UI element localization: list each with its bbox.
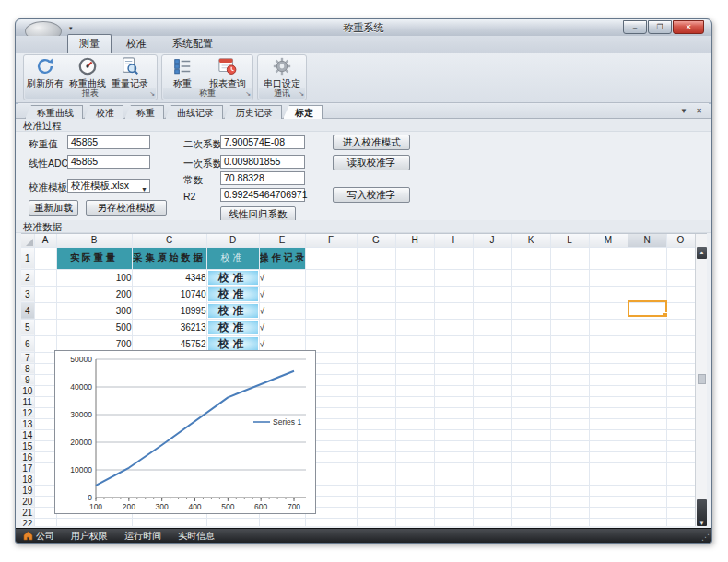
cell-G14[interactable] — [357, 429, 395, 440]
weigh-curve-button[interactable]: 称重曲线 — [66, 55, 109, 89]
cell-O21[interactable] — [666, 507, 695, 518]
cell-A11[interactable] — [34, 396, 56, 407]
cell-L17[interactable] — [550, 462, 589, 474]
doc-tab-0[interactable]: 称重曲线 — [25, 105, 83, 119]
doc-tab-5[interactable]: 标定 — [283, 105, 323, 119]
cell-O7[interactable] — [666, 352, 695, 363]
column-header-C[interactable]: C — [132, 234, 206, 247]
cell-N9[interactable] — [628, 374, 666, 385]
tabstrip-dropdown-icon[interactable]: ▼ — [680, 107, 687, 115]
cell-K11[interactable] — [511, 396, 550, 407]
cell-M4[interactable] — [589, 302, 628, 319]
cell-A16[interactable] — [34, 451, 56, 462]
linear-adc-input[interactable]: 45865 — [67, 155, 150, 169]
cell-M20[interactable] — [589, 496, 628, 507]
cell-O17[interactable] — [666, 462, 695, 474]
cell-D3[interactable]: 校准 — [206, 286, 259, 302]
cell-G19[interactable] — [357, 485, 395, 496]
cell-G8[interactable] — [357, 363, 395, 374]
row-header-8[interactable]: 8 — [21, 363, 34, 374]
cell-O5[interactable] — [666, 319, 695, 335]
column-header-E[interactable]: E — [259, 234, 305, 247]
cell-G18[interactable] — [357, 474, 395, 485]
doc-tab-2[interactable]: 称重 — [124, 105, 164, 119]
dialog-launcher-icon[interactable]: ↘ — [149, 89, 155, 99]
cell-K21[interactable] — [511, 507, 550, 518]
cell-M5[interactable] — [589, 319, 628, 335]
row-header-13[interactable]: 13 — [21, 418, 34, 429]
cell-D1[interactable]: 校准 — [206, 247, 259, 269]
cell-I10[interactable] — [434, 385, 473, 396]
row-header-14[interactable]: 14 — [21, 429, 34, 440]
cell-N21[interactable] — [628, 507, 666, 518]
cell-J2[interactable] — [473, 269, 511, 286]
row-header-12[interactable]: 12 — [21, 407, 34, 418]
cell-I19[interactable] — [434, 485, 473, 496]
cell-K10[interactable] — [511, 385, 550, 396]
constant-input[interactable]: 70.88328 — [220, 171, 305, 185]
cell-H4[interactable] — [395, 302, 434, 319]
cell-H16[interactable] — [395, 451, 434, 462]
cell-H15[interactable] — [395, 440, 434, 451]
cell-G16[interactable] — [357, 451, 395, 462]
row-header-19[interactable]: 19 — [21, 485, 34, 496]
cell-H13[interactable] — [395, 418, 434, 429]
cell-L6[interactable] — [550, 335, 589, 352]
cell-G13[interactable] — [357, 418, 395, 429]
cell-D22[interactable] — [206, 518, 259, 526]
cell-B1[interactable]: 实际重量 — [56, 247, 132, 269]
cell-I4[interactable] — [434, 302, 473, 319]
cell-E3[interactable]: √ — [259, 286, 305, 302]
column-header-K[interactable]: K — [511, 234, 550, 247]
cell-J11[interactable] — [473, 396, 511, 407]
cell-I16[interactable] — [434, 451, 473, 462]
cell-N15[interactable] — [628, 440, 666, 451]
cell-K20[interactable] — [511, 496, 550, 507]
cell-A17[interactable] — [34, 462, 56, 474]
minimize-button[interactable]: – — [623, 20, 647, 34]
row-header-17[interactable]: 17 — [21, 462, 34, 474]
cell-L15[interactable] — [550, 440, 589, 451]
cell-M12[interactable] — [589, 407, 628, 418]
row-header-15[interactable]: 15 — [21, 440, 34, 451]
cell-N1[interactable] — [628, 247, 666, 269]
report-query-button[interactable]: 报表查询 — [203, 55, 252, 89]
cell-G15[interactable] — [357, 440, 395, 451]
cell-J3[interactable] — [473, 286, 511, 302]
cell-E22[interactable] — [259, 518, 305, 526]
column-header-O[interactable]: O — [666, 234, 695, 247]
cell-M15[interactable] — [589, 440, 628, 451]
cell-M2[interactable] — [589, 269, 628, 286]
cell-M10[interactable] — [589, 385, 628, 396]
column-header-I[interactable]: I — [434, 234, 473, 247]
ribbon-tab-system-config[interactable]: 系统配置 — [161, 35, 224, 53]
cell-M8[interactable] — [589, 363, 628, 374]
cell-A3[interactable] — [34, 286, 56, 302]
cell-N8[interactable] — [628, 363, 666, 374]
cell-J9[interactable] — [473, 374, 511, 385]
cell-F3[interactable] — [305, 286, 357, 302]
cell-G11[interactable] — [357, 396, 395, 407]
cell-H19[interactable] — [395, 485, 434, 496]
scrollbar-thumb[interactable] — [698, 374, 706, 384]
cell-M19[interactable] — [589, 485, 628, 496]
cell-M21[interactable] — [589, 507, 628, 518]
cell-K5[interactable] — [511, 319, 550, 335]
cell-I6[interactable] — [434, 335, 473, 352]
weight-value-input[interactable]: 45865 — [67, 135, 150, 149]
cell-K6[interactable] — [511, 335, 550, 352]
cell-O9[interactable] — [666, 374, 695, 385]
cell-G20[interactable] — [357, 496, 395, 507]
cell-I2[interactable] — [434, 269, 473, 286]
template-select[interactable]: 校准模板.xlsx ▼ — [67, 179, 150, 193]
cell-N18[interactable] — [628, 474, 666, 485]
refresh-all-button[interactable]: 刷新所有 — [24, 55, 66, 89]
cell-H17[interactable] — [395, 462, 434, 474]
cell-A8[interactable] — [34, 363, 56, 374]
row-header-21[interactable]: 21 — [21, 507, 34, 518]
selected-cell-outline[interactable] — [628, 300, 667, 317]
cell-K1[interactable] — [511, 247, 550, 269]
cell-M11[interactable] — [589, 396, 628, 407]
cell-K19[interactable] — [511, 485, 550, 496]
cell-I5[interactable] — [434, 319, 473, 335]
